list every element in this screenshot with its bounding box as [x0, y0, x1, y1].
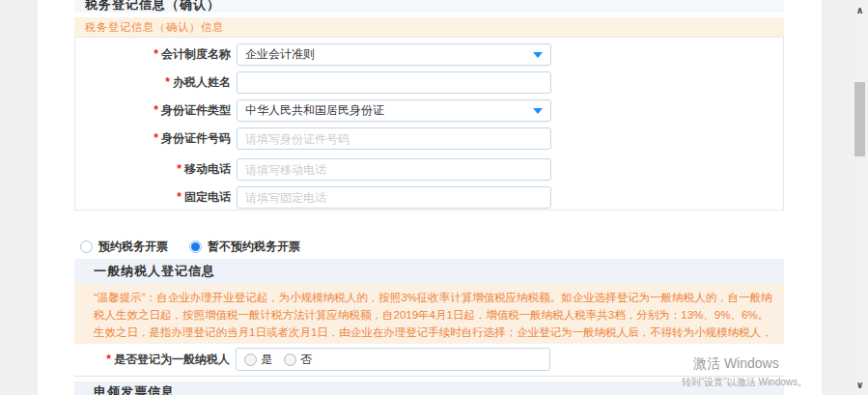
required-asterisk: * [106, 353, 111, 366]
vertical-scrollbar[interactable]: ∧ ∨ [852, 0, 868, 395]
tax-handler-name-box [237, 71, 551, 94]
tax-registration-page: 税务登记信息（确认） 税务登记信息（确认）信息 *会计制度名称 企业会计准则 *… [0, 0, 868, 395]
radio-label: 预约税务开票 [98, 239, 168, 255]
radio-label: 是 [261, 352, 272, 368]
form-row: *身份证件类型 中华人民共和国居民身份证 [75, 99, 783, 122]
radio-option-yes[interactable]: 是 [244, 352, 272, 368]
landline-phone-label: *固定电话 [75, 186, 231, 209]
accounting-system-label: *会计制度名称 [75, 43, 231, 66]
radio-option-no[interactable]: 否 [284, 352, 312, 368]
field-label-text: 移动电话 [184, 162, 231, 176]
required-asterisk: * [177, 162, 182, 176]
id-number-label: *身份证件号码 [75, 127, 231, 150]
page-title: 税务登记信息（确认） [74, 0, 784, 13]
id-number-box [237, 127, 551, 150]
watermark-line1: 激活 Windows [682, 355, 836, 373]
field-label-text: 身份证件类型 [161, 103, 231, 117]
watermark-line2: 转到“设置”以激活 Windows。 [682, 376, 836, 389]
id-type-label: *身份证件类型 [75, 99, 231, 122]
chevron-down-icon [533, 108, 543, 114]
id-type-select[interactable]: 中华人民共和国居民身份证 [237, 99, 551, 122]
landline-phone-input[interactable] [238, 187, 550, 208]
id-number-input[interactable] [238, 128, 550, 149]
radio-icon[interactable] [244, 353, 257, 366]
general-taxpayer-notice: “温馨提示”：自企业办理开业登记起，为小规模纳税人的，按照3%征收率计算增值税应… [74, 284, 784, 344]
radio-icon[interactable] [284, 353, 296, 366]
required-asterisk: * [154, 131, 158, 145]
landline-phone-box [237, 186, 551, 209]
radio-icon[interactable] [80, 240, 93, 253]
tax-handler-name-input[interactable] [238, 72, 550, 93]
field-label-text: 办税人姓名 [173, 75, 231, 89]
windows-activation-watermark: 激活 Windows 转到“设置”以激活 Windows。 [682, 355, 836, 389]
radio-icon[interactable] [189, 240, 202, 253]
scrollbar-thumb[interactable] [854, 82, 865, 156]
field-label-text: 固定电话 [184, 190, 231, 204]
scroll-down-icon[interactable]: ∨ [852, 377, 868, 393]
accounting-system-select[interactable]: 企业会计准则 [237, 43, 551, 66]
radio-option-book-invoice[interactable]: 预约税务开票 [80, 239, 168, 254]
general-taxpayer-section-header: 一般纳税人登记信息 [74, 259, 784, 284]
required-asterisk: * [154, 47, 158, 61]
field-label-text: 是否登记为一般纳税人 [114, 353, 230, 366]
select-value: 企业会计准则 [238, 44, 550, 65]
general-taxpayer-radio-box: 是 否 [236, 348, 550, 371]
tax-registration-form: *会计制度名称 企业会计准则 *办税人姓名 *身份证件类型 中华人民共和国居民身… [74, 37, 784, 211]
page-title-bar: 税务登记信息（确认） [74, 0, 784, 13]
chevron-down-icon [533, 52, 543, 58]
general-taxpayer-question-row: *是否登记为一般纳税人 是 否 [74, 344, 784, 377]
select-value: 中华人民共和国居民身份证 [238, 100, 550, 121]
required-asterisk: * [154, 103, 158, 117]
mobile-phone-box [237, 158, 551, 181]
general-taxpayer-question-label: *是否登记为一般纳税人 [74, 349, 230, 371]
scroll-up-icon[interactable]: ∧ [852, 2, 868, 18]
form-row: *身份证件号码 [75, 127, 783, 150]
form-row: *办税人姓名 [75, 71, 783, 94]
required-asterisk: * [177, 190, 182, 204]
left-gutter [0, 0, 38, 395]
next-section-header: 申领发票信息 [74, 381, 784, 395]
radio-option-no-book-invoice[interactable]: 暂不预约税务开票 [189, 239, 300, 254]
section-subtitle-bar: 税务登记信息（确认）信息 [74, 17, 784, 37]
radio-label: 暂不预约税务开票 [208, 239, 300, 255]
form-row: *会计制度名称 企业会计准则 [75, 43, 783, 66]
field-label-text: 会计制度名称 [161, 47, 231, 61]
form-row: *移动电话 [75, 158, 783, 181]
invoice-booking-radio-group: 预约税务开票 暂不预约税务开票 [74, 239, 784, 254]
mobile-phone-label: *移动电话 [75, 158, 231, 181]
radio-label: 否 [300, 352, 312, 368]
form-row: *固定电话 [75, 186, 783, 209]
field-label-text: 身份证件号码 [161, 131, 231, 145]
tax-handler-name-label: *办税人姓名 [75, 71, 231, 94]
required-asterisk: * [165, 75, 170, 89]
mobile-phone-input[interactable] [238, 159, 550, 180]
